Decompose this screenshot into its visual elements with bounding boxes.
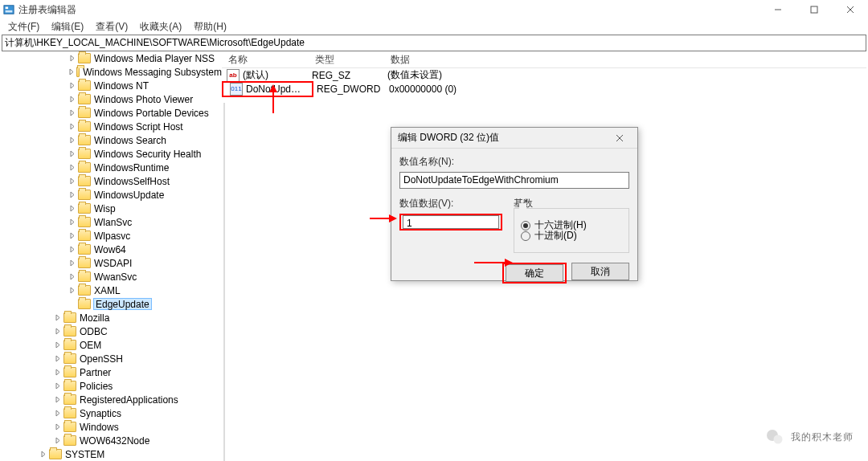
maximize-button[interactable]: [796, 0, 832, 19]
tree-item[interactable]: RegisteredApplications: [2, 393, 222, 406]
tree-item[interactable]: OEM: [2, 338, 222, 352]
list-header-type[interactable]: 类型: [309, 51, 384, 69]
svg-rect-1: [6, 7, 9, 10]
tree-item[interactable]: ODBC: [2, 324, 222, 338]
tree-item-label: EdgeUpdate: [93, 298, 152, 310]
chevron-right-icon[interactable]: [68, 54, 76, 63]
chevron-right-icon[interactable]: [53, 341, 62, 349]
chevron-right-icon[interactable]: [68, 149, 76, 158]
chevron-right-icon[interactable]: [53, 409, 62, 418]
watermark-text: 我的积木老师: [791, 430, 854, 444]
svg-marker-41: [269, 84, 277, 92]
tree-item[interactable]: XAML: [2, 284, 222, 297]
menu-favorites[interactable]: 收藏夹(A): [135, 19, 186, 35]
chevron-right-icon[interactable]: [68, 245, 76, 254]
svg-marker-43: [389, 214, 397, 222]
minimize-button[interactable]: [760, 0, 796, 19]
dialog-close-button[interactable]: [607, 134, 637, 142]
tree-item[interactable]: Wlpasvc: [2, 229, 222, 243]
menu-help[interactable]: 帮助(H): [189, 19, 231, 35]
tree-item-label: WOW6432Node: [79, 435, 149, 447]
folder-icon: [63, 340, 76, 350]
menu-bar: 文件(F) 编辑(E) 查看(V) 收藏夹(A) 帮助(H): [0, 19, 868, 35]
tree-item[interactable]: WindowsSelfHost: [2, 174, 222, 188]
tree-item[interactable]: Wow64: [2, 243, 222, 256]
chevron-right-icon[interactable]: [68, 177, 76, 186]
chevron-right-icon[interactable]: [68, 190, 76, 199]
radio-dec[interactable]: 十进制(D): [521, 229, 622, 243]
chevron-right-icon[interactable]: [68, 204, 76, 213]
dialog-title-bar[interactable]: 编辑 DWORD (32 位)值: [391, 128, 637, 149]
tree-item[interactable]: Synaptics: [2, 406, 222, 420]
tree-item[interactable]: Windows Photo Viewer: [2, 92, 222, 106]
ok-button[interactable]: 确定: [506, 264, 563, 282]
tree-item[interactable]: WOW6432Node: [2, 434, 222, 447]
folder-icon: [63, 435, 76, 446]
tree-item-label: Partner: [79, 367, 111, 378]
tree-item[interactable]: Windows Media Player NSS: [2, 51, 222, 65]
tree-item[interactable]: Windows Script Host: [2, 120, 222, 133]
chevron-right-icon[interactable]: [53, 422, 62, 431]
chevron-right-icon[interactable]: [53, 395, 62, 404]
list-header-name[interactable]: 名称: [222, 51, 309, 69]
tree-item[interactable]: WlanSvc: [2, 215, 222, 229]
tree-item[interactable]: Windows NT: [2, 79, 222, 92]
chevron-right-icon[interactable]: [53, 368, 62, 377]
chevron-right-icon[interactable]: [68, 163, 76, 172]
tree-item[interactable]: Windows: [2, 420, 222, 434]
chevron-right-icon[interactable]: [68, 81, 76, 90]
svg-marker-29: [56, 369, 59, 375]
close-button[interactable]: [832, 0, 868, 19]
svg-point-47: [774, 435, 783, 444]
address-bar[interactable]: 计算机\HKEY_LOCAL_MACHINE\SOFTWARE\Microsof…: [2, 35, 866, 51]
chevron-right-icon[interactable]: [68, 259, 76, 267]
tree-item[interactable]: WindowsRuntime: [2, 161, 222, 174]
cancel-button[interactable]: 取消: [571, 263, 629, 280]
chevron-right-icon[interactable]: [39, 450, 47, 459]
edit-dword-dialog: 编辑 DWORD (32 位)值 数值名称(N): DoNotUpdateToE…: [391, 127, 638, 281]
chevron-right-icon[interactable]: [68, 67, 75, 76]
splitter[interactable]: [223, 103, 225, 461]
list-header-data[interactable]: 数据: [384, 51, 416, 69]
chevron-right-icon[interactable]: [53, 354, 62, 363]
tree-item[interactable]: Windows Security Health: [2, 147, 222, 161]
chevron-right-icon[interactable]: [68, 286, 76, 295]
chevron-right-icon[interactable]: [68, 272, 76, 281]
chevron-right-icon[interactable]: [53, 436, 62, 445]
tree-item-label: XAML: [93, 285, 121, 296]
tree-item[interactable]: Windows Messaging Subsystem: [2, 65, 222, 79]
chevron-right-icon[interactable]: [68, 95, 76, 104]
tree-item[interactable]: Wisp: [2, 202, 222, 215]
chevron-right-icon[interactable]: [68, 108, 76, 117]
chevron-right-icon[interactable]: [53, 381, 62, 390]
value-name-input[interactable]: DoNotUpdateToEdgeWithChromium: [399, 172, 629, 189]
chevron-right-icon[interactable]: [68, 218, 76, 226]
chevron-right-icon[interactable]: [68, 136, 76, 145]
menu-edit[interactable]: 编辑(E): [47, 19, 88, 35]
value-data-input[interactable]: 1: [403, 215, 499, 229]
list-row[interactable]: ab (默认) REG_SZ (数值未设置): [222, 68, 866, 82]
chevron-right-icon[interactable]: [53, 327, 62, 336]
tree-item[interactable]: OpenSSH: [2, 352, 222, 365]
tree-item[interactable]: Windows Search: [2, 133, 222, 147]
annotation-arrow-right-icon: [474, 257, 513, 271]
list-row[interactable]: 011 DoNotUpdate... REG_DWORD 0x00000000 …: [222, 82, 866, 96]
tree-item[interactable]: EdgeUpdate: [2, 297, 222, 311]
tree-item[interactable]: Mozilla: [2, 311, 222, 324]
menu-file[interactable]: 文件(F): [3, 19, 44, 35]
chevron-right-icon[interactable]: [68, 300, 76, 308]
tree-item[interactable]: WSDAPI: [2, 256, 222, 270]
tree-item[interactable]: Windows Portable Devices: [2, 106, 222, 120]
chevron-right-icon[interactable]: [53, 313, 62, 322]
tree-item[interactable]: WwanSvc: [2, 270, 222, 284]
chevron-right-icon[interactable]: [68, 122, 76, 131]
folder-icon: [49, 449, 62, 459]
chevron-right-icon[interactable]: [68, 231, 76, 240]
tree-item[interactable]: Partner: [2, 365, 222, 379]
tree-item[interactable]: WindowsUpdate: [2, 188, 222, 202]
menu-view[interactable]: 查看(V): [91, 19, 133, 35]
tree-item-label: Windows Messaging Subsystem: [82, 67, 222, 78]
tree-view[interactable]: Windows Media Player NSSWindows Messagin…: [2, 51, 222, 461]
tree-item[interactable]: SYSTEM: [2, 447, 222, 461]
tree-item[interactable]: Policies: [2, 379, 222, 393]
